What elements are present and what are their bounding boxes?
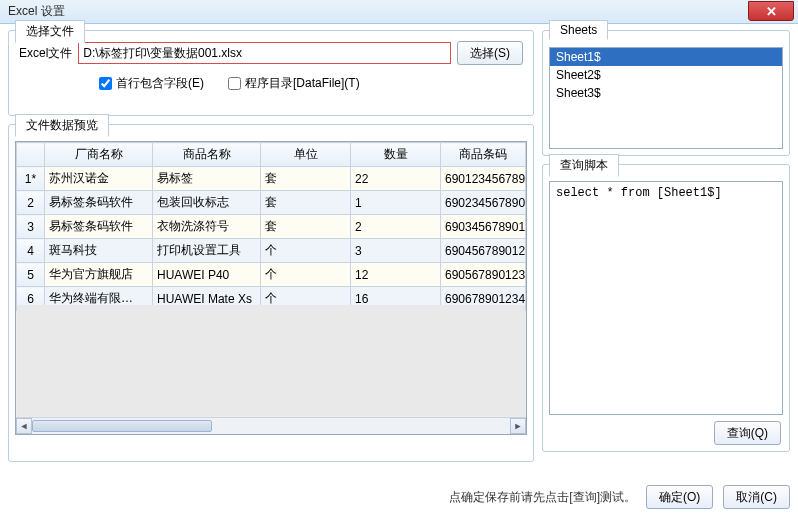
table-row[interactable]: 1* 苏州汉诺金 易标签 套 22 690123456789: [17, 167, 526, 191]
first-row-fields-input[interactable]: [99, 77, 112, 90]
list-item[interactable]: Sheet2$: [550, 66, 782, 84]
title-bar: Excel 设置 ✕: [0, 0, 798, 24]
excel-file-input[interactable]: [78, 42, 451, 64]
grid-empty-area: [17, 305, 525, 416]
cell: 套: [261, 191, 351, 215]
tab-select-file[interactable]: 选择文件: [15, 20, 85, 43]
cell: 打印机设置工具: [153, 239, 261, 263]
col-rownum[interactable]: [17, 143, 45, 167]
cell: 易标签: [153, 167, 261, 191]
col-vendor[interactable]: 厂商名称: [45, 143, 153, 167]
cell: 衣物洗涤符号: [153, 215, 261, 239]
cell: 套: [261, 167, 351, 191]
cell: 易标签条码软件: [45, 191, 153, 215]
sheets-list[interactable]: Sheet1$ Sheet2$ Sheet3$: [549, 47, 783, 149]
file-select-group: 选择文件 Excel文件 选择(S) 首行包含字段(E) 程序目录[DataFi…: [8, 30, 534, 116]
cell: 个: [261, 239, 351, 263]
datafile-dir-input[interactable]: [228, 77, 241, 90]
data-grid[interactable]: 厂商名称 商品名称 单位 数量 商品条码 1* 苏州汉诺金 易标签 套 22: [15, 141, 527, 435]
list-item[interactable]: Sheet1$: [550, 48, 782, 66]
row-num: 3: [17, 215, 45, 239]
table-row[interactable]: 3 易标签条码软件 衣物洗涤符号 套 2 690345678901: [17, 215, 526, 239]
close-button[interactable]: ✕: [748, 1, 794, 21]
cell: 690234567890: [441, 191, 526, 215]
cell: 华为官方旗舰店: [45, 263, 153, 287]
datafile-dir-label: 程序目录[DataFile](T): [245, 75, 360, 92]
cell: 包装回收标志: [153, 191, 261, 215]
col-product[interactable]: 商品名称: [153, 143, 261, 167]
cell: HUAWEI P40: [153, 263, 261, 287]
table-row[interactable]: 4 斑马科技 打印机设置工具 个 3 690456789012: [17, 239, 526, 263]
scroll-right-icon[interactable]: ►: [510, 418, 526, 434]
horizontal-scrollbar[interactable]: ◄ ►: [16, 417, 526, 434]
query-script-textarea[interactable]: select * from [Sheet1$]: [549, 181, 783, 415]
first-row-fields-checkbox[interactable]: 首行包含字段(E): [99, 75, 204, 92]
col-unit[interactable]: 单位: [261, 143, 351, 167]
row-num: 5: [17, 263, 45, 287]
query-button[interactable]: 查询(Q): [714, 421, 781, 445]
col-qty[interactable]: 数量: [351, 143, 441, 167]
cancel-button[interactable]: 取消(C): [723, 485, 790, 509]
col-barcode[interactable]: 商品条码: [441, 143, 526, 167]
tab-query-script[interactable]: 查询脚本: [549, 154, 619, 177]
row-num: 4: [17, 239, 45, 263]
cell: 690123456789: [441, 167, 526, 191]
ok-button[interactable]: 确定(O): [646, 485, 713, 509]
cell: 22: [351, 167, 441, 191]
scroll-thumb[interactable]: [32, 420, 212, 432]
query-script-group: 查询脚本 select * from [Sheet1$] 查询(Q): [542, 164, 790, 452]
footer-hint: 点确定保存前请先点击[查询]测试。: [449, 489, 636, 506]
scroll-left-icon[interactable]: ◄: [16, 418, 32, 434]
cell: 1: [351, 191, 441, 215]
data-preview-group: 文件数据预览 厂商名称 商品名称 单位 数量 商品条码: [8, 124, 534, 462]
table-row[interactable]: 5 华为官方旗舰店 HUAWEI P40 个 12 690567890123: [17, 263, 526, 287]
tab-sheets[interactable]: Sheets: [549, 20, 608, 40]
window-title: Excel 设置: [8, 3, 65, 20]
list-item[interactable]: Sheet3$: [550, 84, 782, 102]
row-num: 1*: [17, 167, 45, 191]
cell: 苏州汉诺金: [45, 167, 153, 191]
cell: 2: [351, 215, 441, 239]
browse-button[interactable]: 选择(S): [457, 41, 523, 65]
cell: 690456789012: [441, 239, 526, 263]
sheets-group: Sheets Sheet1$ Sheet2$ Sheet3$: [542, 30, 790, 156]
first-row-fields-label: 首行包含字段(E): [116, 75, 204, 92]
table-row[interactable]: 2 易标签条码软件 包装回收标志 套 1 690234567890: [17, 191, 526, 215]
cell: 易标签条码软件: [45, 215, 153, 239]
dialog-footer: 点确定保存前请先点击[查询]测试。 确定(O) 取消(C): [449, 485, 790, 509]
cell: 个: [261, 263, 351, 287]
cell: 690345678901: [441, 215, 526, 239]
row-num: 2: [17, 191, 45, 215]
datafile-dir-checkbox[interactable]: 程序目录[DataFile](T): [228, 75, 360, 92]
cell: 12: [351, 263, 441, 287]
close-icon: ✕: [766, 4, 777, 19]
cell: 套: [261, 215, 351, 239]
cell: 斑马科技: [45, 239, 153, 263]
excel-file-label: Excel文件: [19, 45, 72, 62]
cell: 690567890123: [441, 263, 526, 287]
tab-data-preview[interactable]: 文件数据预览: [15, 114, 109, 137]
cell: 3: [351, 239, 441, 263]
